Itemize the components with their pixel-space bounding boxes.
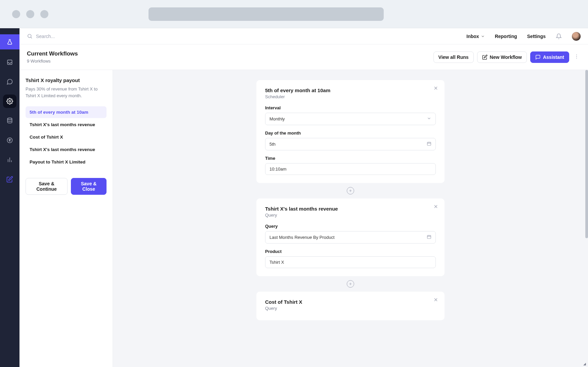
- card-subtitle: Scheduler: [265, 94, 436, 99]
- save-close-button[interactable]: Save & Close: [71, 178, 107, 195]
- card-scheduler: 5th of every month at 10am Scheduler Int…: [256, 80, 445, 183]
- add-step-button[interactable]: [347, 187, 354, 194]
- step-item-cost[interactable]: Cost of Tshirt X: [26, 131, 107, 143]
- url-bar[interactable]: [149, 7, 384, 21]
- svg-point-5: [576, 56, 577, 57]
- more-menu[interactable]: [573, 52, 581, 63]
- add-step-button[interactable]: [347, 280, 354, 288]
- side-panel: Tshirt X royalty payout Pays 30% of reve…: [19, 70, 113, 367]
- close-button[interactable]: [433, 85, 438, 92]
- step-list: 5th of every month at 10am Tshirt X's la…: [26, 106, 107, 168]
- svg-point-0: [9, 101, 11, 102]
- query-label: Query: [265, 224, 436, 229]
- query-value: Last Months Revenue By Product: [269, 235, 335, 240]
- page-title: Current Workflows: [27, 50, 433, 57]
- calendar-icon: [427, 234, 431, 239]
- nav-settings[interactable]: [3, 95, 16, 108]
- nav-data[interactable]: [3, 114, 16, 127]
- plus-icon: [348, 189, 352, 193]
- settings-link[interactable]: Settings: [527, 34, 546, 39]
- step-item-revenue-2[interactable]: Tshirt X's last months revenue: [26, 144, 107, 155]
- dollar-icon: [6, 137, 13, 144]
- message-icon: [535, 54, 541, 60]
- canvas: 5th of every month at 10am Scheduler Int…: [113, 70, 588, 367]
- interval-value: Monthly: [269, 116, 285, 121]
- interval-label: Interval: [265, 105, 436, 110]
- product-value: Tshirt X: [269, 260, 284, 265]
- day-input[interactable]: 5th: [265, 138, 436, 150]
- resize-handle[interactable]: ◢: [583, 362, 586, 366]
- gear-icon: [6, 98, 13, 105]
- nav-billing[interactable]: [3, 134, 16, 147]
- plus-icon: [348, 282, 352, 286]
- svg-point-4: [576, 54, 577, 55]
- day-value: 5th: [269, 142, 276, 147]
- inbox-link[interactable]: Inbox: [466, 34, 485, 39]
- product-input[interactable]: Tshirt X: [265, 256, 436, 268]
- step-item-payout[interactable]: Payout to Tshirt X Limited: [26, 156, 107, 168]
- nav-inbox[interactable]: [3, 56, 16, 69]
- flask-icon: [6, 39, 13, 45]
- bell-icon: [556, 33, 562, 39]
- svg-point-6: [576, 58, 577, 58]
- notifications-button[interactable]: [556, 33, 562, 39]
- reporting-link[interactable]: Reporting: [495, 34, 517, 39]
- window-control-maximize[interactable]: [40, 10, 48, 18]
- query-select[interactable]: Last Months Revenue By Product: [265, 231, 436, 244]
- assistant-button[interactable]: Assistant: [530, 51, 569, 63]
- nav-messages[interactable]: [3, 75, 16, 88]
- close-icon: [433, 204, 438, 209]
- window-control-minimize[interactable]: [26, 10, 34, 18]
- new-workflow-label: New Workflow: [490, 54, 522, 60]
- search-input[interactable]: [36, 34, 137, 39]
- nav-compose[interactable]: [3, 173, 16, 186]
- window-controls: [12, 10, 48, 18]
- svg-rect-7: [427, 142, 431, 145]
- database-icon: [6, 117, 13, 124]
- workflow-title: Tshirt X royalty payout: [26, 77, 107, 83]
- inbox-label: Inbox: [466, 34, 479, 39]
- save-continue-button[interactable]: Save & Continue: [26, 178, 68, 195]
- search-icon: [27, 33, 33, 39]
- workflow-description: Pays 30% of revenue from Tshirt X to Tsh…: [26, 86, 107, 99]
- view-all-runs-button[interactable]: View all Runs: [433, 51, 474, 63]
- nav-analytics[interactable]: [3, 153, 16, 167]
- close-icon: [433, 297, 438, 302]
- close-button[interactable]: [433, 204, 438, 211]
- scrollbar[interactable]: [585, 70, 588, 238]
- close-icon: [433, 85, 438, 91]
- inbox-icon: [6, 59, 13, 66]
- card-subtitle: Query: [265, 306, 436, 311]
- step-item-revenue[interactable]: Tshirt X's last months revenue: [26, 119, 107, 131]
- avatar[interactable]: [572, 32, 581, 41]
- page-subtitle: 9 Workflows: [27, 59, 433, 64]
- svg-point-3: [28, 34, 31, 38]
- kebab-icon: [574, 54, 579, 59]
- chart-icon: [6, 156, 13, 163]
- close-button[interactable]: [433, 297, 438, 304]
- calendar-icon: [427, 141, 431, 146]
- assistant-label: Assistant: [543, 54, 564, 60]
- card-title: Cost of Tshirt X: [265, 299, 436, 305]
- browser-chrome: [0, 0, 588, 28]
- new-workflow-button[interactable]: New Workflow: [477, 51, 527, 63]
- search-wrap: [27, 33, 460, 39]
- window-control-close[interactable]: [12, 10, 20, 18]
- time-input[interactable]: 10:10am: [265, 163, 436, 175]
- time-label: Time: [265, 156, 436, 161]
- top-bar: Inbox Reporting Settings: [19, 28, 588, 44]
- step-item-scheduler[interactable]: 5th of every month at 10am: [26, 106, 107, 118]
- chevron-down-icon: [427, 116, 431, 121]
- day-label: Day of the month: [265, 131, 436, 136]
- product-label: Product: [265, 249, 436, 254]
- chevron-down-icon: [481, 34, 485, 38]
- card-title: 5th of every month at 10am: [265, 87, 436, 93]
- edit-icon: [482, 54, 488, 60]
- time-value: 10:10am: [269, 167, 287, 172]
- card-subtitle: Query: [265, 213, 436, 218]
- nav-logo[interactable]: [0, 34, 19, 49]
- svg-point-1: [7, 118, 12, 120]
- message-icon: [6, 78, 13, 85]
- interval-select[interactable]: Monthly: [265, 113, 436, 125]
- card-title: Tshirt X's last months revenue: [265, 206, 436, 212]
